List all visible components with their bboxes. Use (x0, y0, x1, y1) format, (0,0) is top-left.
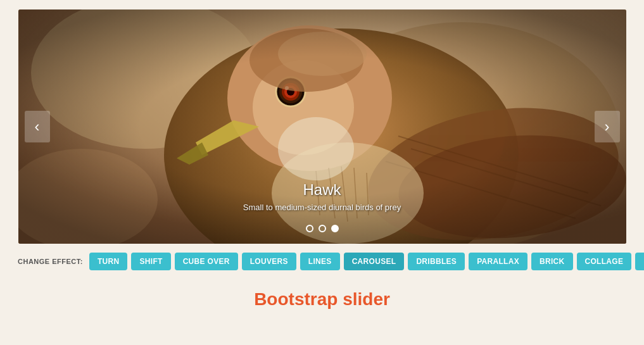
effects-row: CHANGE EFFECT: TURN SHIFT CUBE OVER LOUV… (0, 244, 644, 279)
dot-3[interactable] (331, 225, 339, 232)
carousel-caption: Hawk Small to medium-sized diurnal birds… (196, 181, 449, 212)
carousel-next-button[interactable]: › (595, 111, 620, 142)
effect-collage-button[interactable]: COLLAGE (577, 253, 632, 270)
effect-brick-button[interactable]: BRICK (531, 253, 573, 270)
effect-louvers-button[interactable]: LOUVERS (242, 253, 296, 270)
carousel-prev-button[interactable]: ‹ (25, 111, 50, 142)
effect-dribbles-button[interactable]: DRIBBLES (408, 253, 465, 270)
effect-turn-button[interactable]: TURN (89, 253, 128, 270)
page-title: Bootstrap slider (0, 279, 644, 316)
dot-1[interactable] (306, 225, 313, 232)
carousel: Hawk Small to medium-sized diurnal birds… (18, 9, 626, 244)
dot-2[interactable] (319, 225, 326, 232)
effect-cube-over-button[interactable]: CUBE OVER (175, 253, 238, 270)
effect-more-button[interactable]: MORE ▲ (635, 253, 644, 270)
effects-label: CHANGE EFFECT: (18, 258, 83, 265)
effect-parallax-button[interactable]: PARALLAX (469, 253, 527, 270)
effect-lines-button[interactable]: LINES (300, 253, 340, 270)
carousel-dots (306, 225, 339, 232)
effect-shift-button[interactable]: SHIFT (131, 253, 170, 270)
effect-carousel-button[interactable]: CAROUSEL (344, 253, 405, 270)
slide-description: Small to medium-sized diurnal birds of p… (196, 203, 449, 212)
slide-title: Hawk (196, 181, 449, 199)
